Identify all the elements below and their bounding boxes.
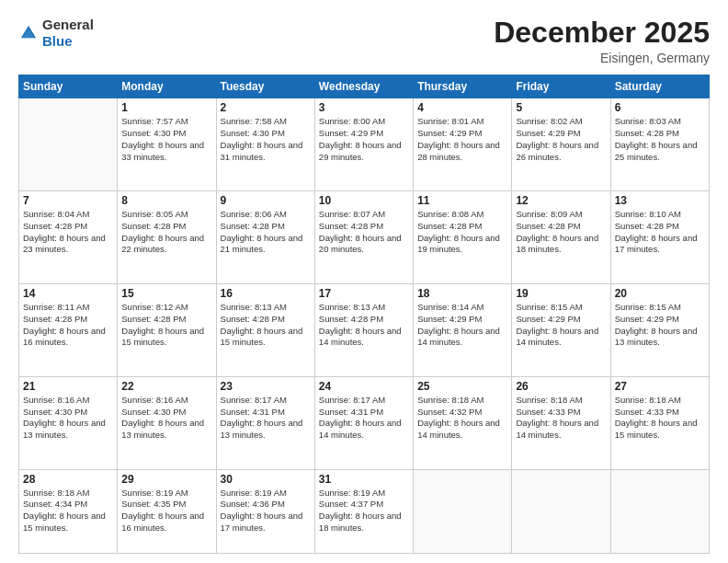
logo-icon (18, 23, 39, 43)
col-header-friday: Friday (512, 75, 610, 98)
logo-general-text: General (42, 17, 94, 32)
day-cell: 28Sunrise: 8:18 AMSunset: 4:34 PMDayligh… (19, 469, 118, 553)
day-number: 30 (221, 473, 311, 486)
calendar-header-row: SundayMondayTuesdayWednesdayThursdayFrid… (19, 75, 710, 98)
day-number: 31 (319, 473, 409, 486)
day-detail: Sunrise: 8:05 AMSunset: 4:28 PMDaylight:… (121, 209, 211, 256)
day-detail: Sunrise: 8:19 AMSunset: 4:36 PMDaylight:… (221, 488, 311, 534)
day-number: 29 (121, 473, 211, 486)
day-cell: 30Sunrise: 8:19 AMSunset: 4:36 PMDayligh… (216, 469, 314, 553)
day-cell: 4Sunrise: 8:01 AMSunset: 4:29 PMDaylight… (414, 98, 512, 191)
day-cell (414, 469, 512, 553)
day-detail: Sunrise: 8:00 AMSunset: 4:29 PMDaylight:… (319, 116, 409, 163)
day-detail: Sunrise: 8:14 AMSunset: 4:29 PMDaylight:… (417, 302, 507, 349)
week-row-5: 28Sunrise: 8:18 AMSunset: 4:34 PMDayligh… (19, 469, 710, 553)
day-detail: Sunrise: 8:04 AMSunset: 4:28 PMDaylight:… (23, 209, 113, 256)
week-row-3: 14Sunrise: 8:11 AMSunset: 4:28 PMDayligh… (19, 283, 710, 376)
day-number: 19 (516, 287, 606, 300)
title-block: December 2025 Eisingen, Germany (494, 17, 710, 65)
day-cell (19, 98, 118, 191)
day-number: 1 (121, 101, 211, 114)
day-cell: 2Sunrise: 7:58 AMSunset: 4:30 PMDaylight… (216, 98, 314, 191)
day-number: 14 (23, 287, 113, 300)
col-header-sunday: Sunday (19, 75, 118, 98)
day-number: 26 (516, 380, 606, 393)
day-cell: 11Sunrise: 8:08 AMSunset: 4:28 PMDayligh… (414, 191, 512, 284)
day-detail: Sunrise: 8:11 AMSunset: 4:28 PMDaylight:… (23, 302, 113, 349)
week-row-4: 21Sunrise: 8:16 AMSunset: 4:30 PMDayligh… (19, 376, 710, 469)
day-number: 22 (121, 380, 211, 393)
day-detail: Sunrise: 8:07 AMSunset: 4:28 PMDaylight:… (319, 209, 409, 256)
day-cell: 9Sunrise: 8:06 AMSunset: 4:28 PMDaylight… (216, 191, 314, 284)
day-cell: 18Sunrise: 8:14 AMSunset: 4:29 PMDayligh… (414, 283, 512, 376)
day-number: 24 (319, 380, 409, 393)
day-cell: 27Sunrise: 8:18 AMSunset: 4:33 PMDayligh… (610, 376, 709, 469)
col-header-tuesday: Tuesday (216, 75, 314, 98)
day-number: 11 (417, 194, 507, 207)
day-number: 10 (319, 194, 409, 207)
day-number: 28 (23, 473, 113, 486)
day-detail: Sunrise: 8:10 AMSunset: 4:28 PMDaylight:… (615, 209, 705, 256)
day-detail: Sunrise: 8:18 AMSunset: 4:34 PMDaylight:… (23, 488, 113, 534)
header: General Blue December 2025 Eisingen, Ger… (18, 17, 710, 65)
day-cell (610, 469, 709, 553)
day-detail: Sunrise: 8:18 AMSunset: 4:33 PMDaylight:… (516, 395, 606, 442)
day-number: 3 (319, 101, 409, 114)
day-cell: 13Sunrise: 8:10 AMSunset: 4:28 PMDayligh… (610, 191, 709, 284)
day-number: 9 (221, 194, 311, 207)
day-number: 23 (221, 380, 311, 393)
day-cell: 7Sunrise: 8:04 AMSunset: 4:28 PMDaylight… (19, 191, 118, 284)
col-header-monday: Monday (118, 75, 216, 98)
col-header-wednesday: Wednesday (314, 75, 413, 98)
day-detail: Sunrise: 8:15 AMSunset: 4:29 PMDaylight:… (615, 302, 705, 349)
day-cell (512, 469, 610, 553)
day-detail: Sunrise: 8:12 AMSunset: 4:28 PMDaylight:… (121, 302, 211, 349)
day-cell: 1Sunrise: 7:57 AMSunset: 4:30 PMDaylight… (118, 98, 216, 191)
day-number: 21 (23, 380, 113, 393)
day-cell: 15Sunrise: 8:12 AMSunset: 4:28 PMDayligh… (118, 283, 216, 376)
calendar-table: SundayMondayTuesdayWednesdayThursdayFrid… (18, 75, 710, 554)
day-cell: 5Sunrise: 8:02 AMSunset: 4:29 PMDaylight… (512, 98, 610, 191)
day-detail: Sunrise: 8:18 AMSunset: 4:32 PMDaylight:… (417, 395, 507, 442)
day-number: 18 (417, 287, 507, 300)
day-detail: Sunrise: 8:13 AMSunset: 4:28 PMDaylight:… (319, 302, 409, 349)
day-number: 13 (615, 194, 705, 207)
day-detail: Sunrise: 8:02 AMSunset: 4:29 PMDaylight:… (516, 116, 606, 163)
day-detail: Sunrise: 8:16 AMSunset: 4:30 PMDaylight:… (121, 395, 211, 442)
day-detail: Sunrise: 8:15 AMSunset: 4:29 PMDaylight:… (516, 302, 606, 349)
day-detail: Sunrise: 8:17 AMSunset: 4:31 PMDaylight:… (319, 395, 409, 442)
day-number: 12 (516, 194, 606, 207)
day-detail: Sunrise: 8:08 AMSunset: 4:28 PMDaylight:… (417, 209, 507, 256)
day-number: 5 (516, 101, 606, 114)
day-detail: Sunrise: 8:19 AMSunset: 4:35 PMDaylight:… (121, 488, 211, 534)
day-cell: 20Sunrise: 8:15 AMSunset: 4:29 PMDayligh… (610, 283, 709, 376)
month-title: December 2025 (494, 17, 710, 49)
day-detail: Sunrise: 8:17 AMSunset: 4:31 PMDaylight:… (221, 395, 311, 442)
day-number: 16 (221, 287, 311, 300)
day-number: 25 (417, 380, 507, 393)
day-detail: Sunrise: 8:06 AMSunset: 4:28 PMDaylight:… (221, 209, 311, 256)
day-cell: 24Sunrise: 8:17 AMSunset: 4:31 PMDayligh… (314, 376, 413, 469)
day-detail: Sunrise: 8:01 AMSunset: 4:29 PMDaylight:… (417, 116, 507, 163)
day-cell: 14Sunrise: 8:11 AMSunset: 4:28 PMDayligh… (19, 283, 118, 376)
day-cell: 26Sunrise: 8:18 AMSunset: 4:33 PMDayligh… (512, 376, 610, 469)
day-detail: Sunrise: 7:58 AMSunset: 4:30 PMDaylight:… (221, 116, 311, 163)
day-number: 7 (23, 194, 113, 207)
day-number: 6 (615, 101, 705, 114)
day-cell: 16Sunrise: 8:13 AMSunset: 4:28 PMDayligh… (216, 283, 314, 376)
day-number: 8 (121, 194, 211, 207)
day-cell: 12Sunrise: 8:09 AMSunset: 4:28 PMDayligh… (512, 191, 610, 284)
day-cell: 6Sunrise: 8:03 AMSunset: 4:28 PMDaylight… (610, 98, 709, 191)
day-cell: 23Sunrise: 8:17 AMSunset: 4:31 PMDayligh… (216, 376, 314, 469)
day-detail: Sunrise: 8:19 AMSunset: 4:37 PMDaylight:… (319, 488, 409, 534)
location: Eisingen, Germany (494, 51, 710, 65)
day-cell: 10Sunrise: 8:07 AMSunset: 4:28 PMDayligh… (314, 191, 413, 284)
day-detail: Sunrise: 7:57 AMSunset: 4:30 PMDaylight:… (121, 116, 211, 163)
day-detail: Sunrise: 8:18 AMSunset: 4:33 PMDaylight:… (615, 395, 705, 442)
col-header-saturday: Saturday (610, 75, 709, 98)
week-row-1: 1Sunrise: 7:57 AMSunset: 4:30 PMDaylight… (19, 98, 710, 191)
day-cell: 22Sunrise: 8:16 AMSunset: 4:30 PMDayligh… (118, 376, 216, 469)
day-cell: 29Sunrise: 8:19 AMSunset: 4:35 PMDayligh… (118, 469, 216, 553)
day-number: 20 (615, 287, 705, 300)
day-detail: Sunrise: 8:16 AMSunset: 4:30 PMDaylight:… (23, 395, 113, 442)
